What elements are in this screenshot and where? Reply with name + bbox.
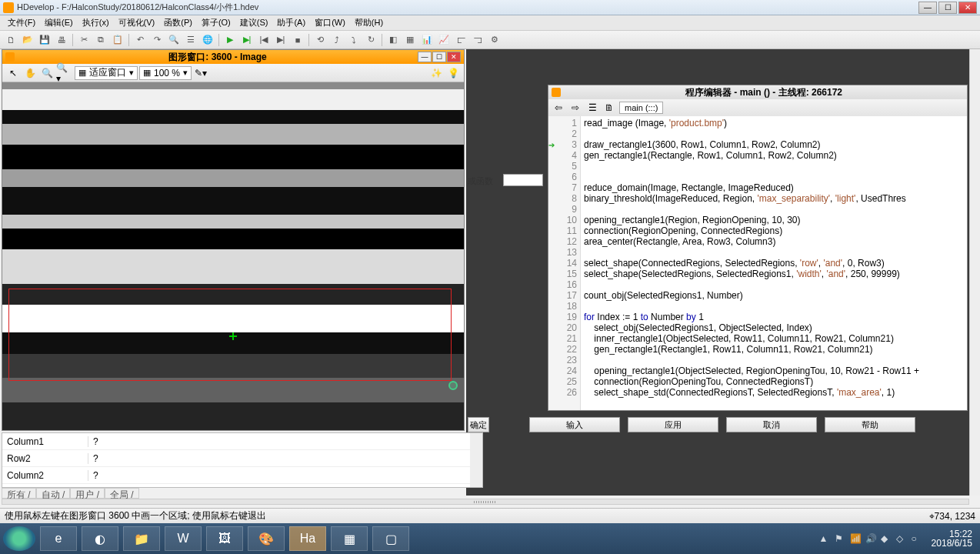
tool-icon[interactable]: ⤴ [329,32,345,48]
menu-window[interactable]: 窗口(W) [310,15,350,30]
tray-icon[interactable]: ▲ [819,533,830,544]
zoom-select[interactable]: ▦ 100 % ▾ [139,66,192,80]
move-icon[interactable]: ✋ [22,65,38,81]
tool2-icon[interactable]: ⤵ [346,32,362,48]
print-icon[interactable]: 🖶 [54,32,69,48]
code-list-icon[interactable]: ☰ [585,101,599,115]
menu-visualize[interactable]: 可视化(V) [114,15,160,30]
chart2-icon[interactable]: 📈 [436,32,452,48]
vtab-all[interactable]: 所有 / [2,488,36,499]
chart3-icon[interactable]: ⫍ [453,32,468,48]
menu-bar: 文件(F) 编辑(E) 执行(x) 可视化(V) 函数(P) 算子(O) 建议(… [0,15,980,31]
gfx-minimize-button[interactable]: — [418,52,432,62]
copy-icon[interactable]: ⧉ [93,32,108,48]
menu-suggestions[interactable]: 建议(S) [235,15,273,30]
taskbar-wps[interactable]: W [165,526,202,551]
zoom2-icon[interactable]: 🔍▾ [56,65,72,81]
pointer-icon[interactable]: ↖ [5,65,21,81]
mdi-scrollbar[interactable] [969,49,980,496]
redo-icon[interactable]: ↷ [149,32,165,48]
code-text-area[interactable]: read_image (Image, 'product.bmp')draw_re… [581,116,967,410]
insert-button[interactable]: 输入 [529,417,620,432]
tray-vol-icon[interactable]: 🔊 [865,533,876,544]
taskbar-app1[interactable]: ◐ [82,526,118,551]
settings-icon[interactable]: ⚙ [487,32,502,48]
or-function-input[interactable] [503,174,543,186]
gfx-close-button[interactable]: ✕ [447,52,461,62]
graphics-canvas[interactable] [2,82,464,430]
maximize-button[interactable]: ☐ [938,2,957,14]
taskbar-paint[interactable]: 🎨 [248,526,285,551]
new-icon[interactable]: 🗋 [3,32,18,48]
brush-icon[interactable]: ✎▾ [193,65,208,81]
props-icon[interactable]: ☰ [183,32,198,48]
step-icon[interactable]: ▶| [239,32,255,48]
menu-help[interactable]: 帮助(H) [350,15,388,30]
var-row: Column1? [2,433,482,450]
nav-back-icon[interactable]: ⇦ [552,101,565,115]
paste-icon[interactable]: 📋 [110,32,125,48]
menu-operators[interactable]: 算子(O) [197,15,235,30]
output-pane [491,432,969,488]
taskbar-app3[interactable]: ▢ [372,526,409,551]
menu-edit[interactable]: 编辑(E) [40,15,78,30]
tray-misc-icon[interactable]: ◆ [881,533,892,544]
menu-file[interactable]: 文件(F) [3,15,40,30]
code-page-icon[interactable]: 🗎 [602,101,616,115]
taskbar-app2[interactable]: ▦ [331,526,368,551]
light-icon[interactable]: 💡 [445,65,461,81]
zoom-icon[interactable]: 🔍 [39,65,55,81]
gfx-maximize-button[interactable]: ☐ [432,52,446,62]
stop-icon[interactable]: ■ [290,32,305,48]
taskbar-clock[interactable]: 15:22 2018/6/15 [927,529,977,548]
tray-misc2-icon[interactable]: ◇ [896,533,907,544]
function-selector[interactable]: main (:::) [619,102,663,114]
find-icon[interactable]: 🔍 [166,32,182,48]
splitter-bar[interactable] [2,499,969,505]
wand-icon[interactable]: ✨ [428,65,444,81]
win2-icon[interactable]: ▦ [402,32,418,48]
cancel-button[interactable]: 取消 [726,417,817,432]
taskbar-photos[interactable]: 🖼 [206,526,243,551]
taskbar-ie[interactable]: e [40,526,77,551]
tray-net-icon[interactable]: 📶 [850,533,861,544]
center-cross-marker [229,332,237,340]
graphics-titlebar: 图形窗口: 3600 - Image — ☐ ✕ [2,50,464,64]
status-bar: 使用鼠标左键在图形窗口 3600 中画一个区域; 使用鼠标右键退出 ⌖ 734,… [0,508,980,523]
fit-window-select[interactable]: ▦ 适应窗口 ▾ [75,66,138,80]
step-over-icon[interactable]: |◀ [256,32,272,48]
menu-assistants[interactable]: 助手(A) [272,15,310,30]
globe-icon[interactable]: 🌐 [200,32,215,48]
vtab-user[interactable]: 用户 / [70,488,105,499]
menu-procedures[interactable]: 函数(P) [159,15,197,30]
undo-icon[interactable]: ↶ [132,32,148,48]
close-button[interactable]: ✕ [958,2,977,14]
code-body[interactable]: 123➔456789101112131415161718192021222324… [548,116,967,410]
taskbar-explorer[interactable]: 📁 [123,526,160,551]
tray-flag-icon[interactable]: ⚑ [835,533,845,544]
variables-panel: Column1? Row2? Column2? [2,432,483,488]
chart4-icon[interactable]: ⫎ [470,32,485,48]
code-icon [552,88,561,97]
reset-icon[interactable]: ⟲ [312,32,328,48]
nav-fwd-icon[interactable]: ⇨ [568,101,582,115]
run-icon[interactable]: ▶ [222,32,238,48]
help-button[interactable]: 帮助 [825,417,915,432]
vars-scrollbar[interactable] [470,433,482,487]
vtab-global[interactable]: 全局 / [105,488,139,499]
tray-misc3-icon[interactable]: ○ [912,533,922,544]
apply-button[interactable]: 应用 [628,417,718,432]
minimize-button[interactable]: — [918,2,937,14]
tool3-icon[interactable]: ↻ [363,32,378,48]
open-icon[interactable]: 📂 [20,32,35,48]
chart-icon[interactable]: 📊 [419,32,435,48]
save-icon[interactable]: 💾 [37,32,52,48]
vtab-auto[interactable]: 自动 / [36,488,71,499]
win1-icon[interactable]: ◧ [385,32,401,48]
confirm-button[interactable]: 确定 [468,417,489,432]
menu-execute[interactable]: 执行(x) [78,15,114,30]
cut-icon[interactable]: ✂ [76,32,92,48]
taskbar-hdevelop[interactable]: Ha [289,526,326,551]
start-button[interactable] [3,526,35,551]
step-into-icon[interactable]: ▶| [273,32,288,48]
